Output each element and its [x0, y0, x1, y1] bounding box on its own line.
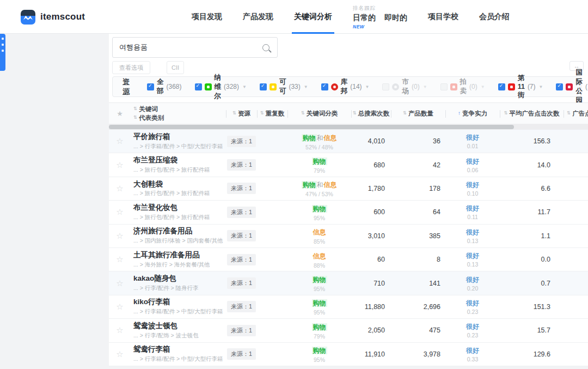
view-options-button[interactable]: 查看选项: [112, 61, 150, 74]
sort-icon[interactable]: ⇅: [353, 110, 357, 117]
star-icon[interactable]: ☆: [116, 160, 123, 170]
chevron-down-icon[interactable]: ▼: [242, 84, 247, 89]
scrollbar-thumb[interactable]: [109, 125, 514, 129]
table-row[interactable]: ☆济州旅行准备用品... > 国内旅行/体验 > 国内套餐/其他来源：1信息85…: [109, 225, 588, 248]
sort-icon[interactable]: ⇅: [567, 110, 571, 117]
col-header-label: 产品数量: [408, 109, 433, 118]
table-row[interactable]: ☆土耳其旅行准备用品... > 海外旅行 > 海外套餐/其他来源：1信息88%6…: [109, 248, 588, 271]
filter-coupang[interactable]: 库邦(14)▼: [321, 77, 370, 96]
col-header-dup[interactable]: ⇅重复数: [257, 103, 287, 124]
sort-icon[interactable]: ⇅: [301, 110, 305, 117]
side-banner[interactable]: [0, 34, 5, 71]
filter-auction[interactable]: 拍卖(0)▼: [440, 77, 485, 96]
nav-project-discovery[interactable]: 项目发现: [192, 0, 222, 34]
nav-rank-tracking-group: 排名跟踪 日常的 即时的 NEW: [353, 0, 407, 34]
filter-all[interactable]: 全部(368): [147, 77, 182, 96]
checkbox-icon[interactable]: [321, 83, 328, 90]
filter-street11[interactable]: 第 11 街(7)▼: [498, 74, 543, 100]
search-input[interactable]: [113, 44, 262, 52]
table-row[interactable]: ☆平价旅行箱... > 行李箱/配件 > 中型/大型行李箱来源：1购物和信息52…: [109, 130, 588, 153]
col-header-searches[interactable]: ⇅总搜索次数: [351, 103, 391, 124]
product-count: 475: [391, 319, 445, 342]
filter-market[interactable]: 市场(0)▼: [382, 77, 427, 96]
nav-keyword-analysis[interactable]: 关键词分析: [294, 0, 332, 34]
horizontal-scrollbar[interactable]: [109, 124, 588, 130]
table-row[interactable]: ☆布兰登压缩袋... > 旅行包/配件 > 旅行配件箱来源：1购物79%6804…: [109, 153, 588, 177]
sort-icon[interactable]: ⇅: [133, 106, 137, 112]
main-nav: 项目发现 产品发现 关键词分析 排名跟踪 日常的 即时的 NEW 项目学校 会员…: [192, 0, 510, 34]
table-row[interactable]: ☆kiko行李箱... > 行李箱/配件 > 中型/大型行李箱来源：1购物95%…: [109, 295, 588, 319]
keyword-text[interactable]: 平价旅行箱: [133, 132, 170, 142]
keyword-text[interactable]: 鸳鸯行李箱: [133, 345, 170, 354]
duplicate-count: [257, 271, 287, 294]
keyword-text[interactable]: 大创鞋袋: [133, 180, 163, 189]
table-row[interactable]: ☆鸳鸯波士顿包... > 行李/配饰 > 波士顿包来源：1购物79%2,0504…: [109, 319, 588, 342]
keyword-text[interactable]: kakao随身包: [133, 274, 176, 283]
keyword-text[interactable]: 鸳鸯波士顿包: [133, 322, 177, 331]
sort-asc-icon[interactable]: ↑: [458, 110, 461, 117]
star-icon[interactable]: ☆: [116, 207, 123, 217]
chevron-down-icon[interactable]: ▼: [539, 84, 543, 89]
table-row[interactable]: ☆大创鞋袋... > 旅行包/配件 > 旅行配件箱来源：1购物和信息47% / …: [109, 177, 588, 201]
filter-kakao[interactable]: 可可(33)▼: [260, 77, 308, 96]
sort-icon[interactable]: ⇅: [232, 110, 236, 117]
star-icon[interactable]: ☆: [116, 184, 123, 193]
col-header-competition[interactable]: ↑竞争实力: [445, 103, 500, 124]
col-header-ad[interactable]: ⇅广告点: [564, 103, 588, 124]
source-filter-label[interactable]: 资源: [122, 77, 130, 96]
star-icon[interactable]: ☆: [116, 279, 123, 288]
sort-icon[interactable]: ⇅: [260, 110, 264, 117]
search-icon[interactable]: [262, 44, 270, 51]
checkbox-icon[interactable]: [556, 83, 563, 90]
star-icon[interactable]: ☆: [116, 136, 123, 146]
brand-logo[interactable]: itemscout: [21, 0, 85, 34]
checkbox-icon[interactable]: [260, 83, 267, 90]
nav-instant[interactable]: 即时的: [384, 13, 407, 23]
star-icon[interactable]: ☆: [116, 349, 123, 359]
checkbox-icon[interactable]: [498, 83, 505, 90]
nav-daily[interactable]: 日常的: [353, 13, 376, 23]
table-row[interactable]: ☆鸳鸯行李箱... > 行李箱/配件 > 中型/大型行李箱来源：1购物95%11…: [109, 343, 588, 366]
filter-naver[interactable]: 纳维尔(328)▼: [195, 73, 247, 101]
chevron-down-icon[interactable]: ▼: [304, 84, 308, 89]
source-badge: 来源：1: [227, 348, 256, 360]
keyword-text[interactable]: 土耳其旅行准备用品: [133, 251, 200, 260]
table-row[interactable]: ☆kakao随身包... > 行李/配件 > 随身行李来源：1购物95%7101…: [109, 271, 588, 295]
col-header-category[interactable]: ⇅关键词分类: [287, 103, 351, 124]
keyword-category: 购物95%: [287, 271, 351, 294]
category-path: ... > 行李箱/配件 > 中型/大型行李箱: [133, 355, 223, 363]
col-header-source[interactable]: ⇅资源: [226, 103, 257, 124]
nav-product-discovery[interactable]: 产品发现: [243, 0, 273, 34]
col-header-avg_clicks[interactable]: ⇅平均广告点击次数: [500, 103, 564, 124]
new-badge: NEW: [353, 24, 407, 29]
competition-strength: 很好0.13: [445, 248, 500, 271]
chevron-down-icon[interactable]: ▼: [481, 84, 485, 89]
sort-icon[interactable]: ⇅: [504, 110, 507, 117]
star-icon[interactable]: ☆: [116, 255, 123, 264]
sort-icon[interactable]: ⇅: [133, 114, 137, 121]
table-header-row: ★⇅关键词⇅代表类别⇅资源⇅重复数⇅关键词分类⇅总搜索次数⇅产品数量↑竞争实力⇅…: [109, 102, 588, 124]
checkbox-icon[interactable]: [195, 83, 202, 90]
keyword-text[interactable]: 布兰登压缩袋: [133, 156, 177, 165]
star-icon[interactable]: ☆: [116, 231, 123, 241]
avg-ad-clicks: 156.3: [500, 130, 564, 153]
category-path: ... > 行李箱/配件 > 中型/大型行李箱: [133, 308, 223, 316]
sort-icon[interactable]: ⇅: [403, 110, 407, 117]
col-header-products[interactable]: ⇅产品数量: [391, 103, 445, 124]
nav-membership[interactable]: 会员介绍: [479, 0, 510, 34]
checkbox-icon[interactable]: [382, 83, 389, 90]
col-header-keyword[interactable]: ⇅关键词⇅代表类别: [131, 103, 226, 124]
filter-interpark[interactable]: 国际公园(1)▼: [556, 68, 588, 105]
nav-project-school[interactable]: 项目学校: [428, 0, 458, 34]
chevron-down-icon[interactable]: ▼: [365, 84, 370, 89]
star-icon[interactable]: ☆: [116, 302, 123, 312]
keyword-text[interactable]: 济州旅行准备用品: [133, 227, 192, 236]
star-icon[interactable]: ☆: [116, 325, 123, 335]
keyword-text[interactable]: 布兰登化妆包: [133, 203, 177, 213]
chevron-down-icon[interactable]: ▼: [423, 84, 427, 89]
source-filter-bar: 资源 全部(368)纳维尔(328)▼可可(33)▼库邦(14)▼市场(0)▼拍…: [112, 76, 581, 97]
keyword-text[interactable]: kiko行李箱: [133, 298, 170, 307]
checkbox-icon[interactable]: [147, 83, 154, 90]
checkbox-icon[interactable]: [440, 83, 448, 90]
table-row[interactable]: ☆布兰登化妆包... > 旅行包/配件 > 旅行配件箱来源：1购物95%6006…: [109, 201, 588, 224]
